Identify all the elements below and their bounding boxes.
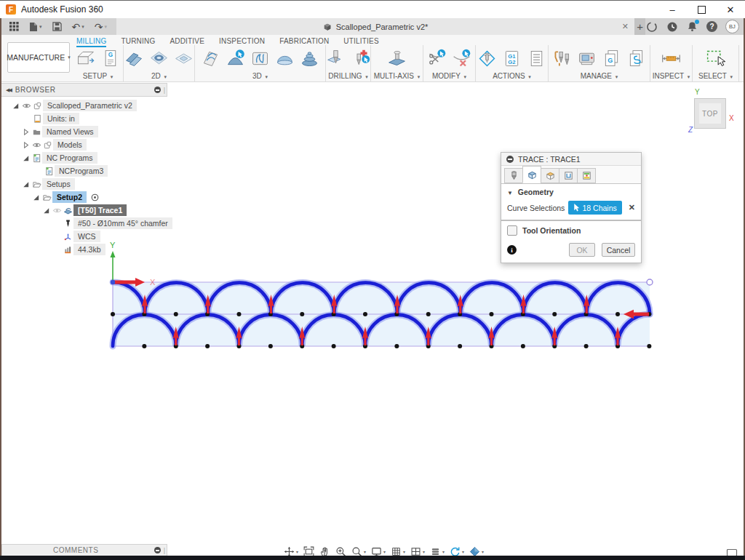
- setup-sheet-button[interactable]: [525, 47, 549, 71]
- browser-row-label[interactable]: 44.3kb: [73, 244, 105, 255]
- expand-toggle[interactable]: [10, 100, 21, 111]
- trace-dialog-header[interactable]: TRACE : TRACE1: [501, 153, 641, 166]
- browser-row-label[interactable]: Models: [53, 139, 87, 151]
- browser-row-label[interactable]: Setup2: [52, 191, 87, 203]
- document-close-icon[interactable]: ✕: [622, 22, 629, 31]
- browser-row--50-10mm-45-chamfer[interactable]: #50 - Ø10mm 45° chamfer: [1, 217, 167, 230]
- browser-row-label[interactable]: WCS: [73, 231, 100, 242]
- cancel-button[interactable]: Cancel: [602, 243, 635, 257]
- dialog-tab-passes-tab[interactable]: [541, 168, 559, 183]
- browser-row-label[interactable]: NCProgram3: [55, 165, 108, 177]
- save-button[interactable]: [49, 18, 65, 35]
- contour-3d-button[interactable]: [249, 47, 272, 71]
- browser-row-label[interactable]: Named Views: [42, 126, 98, 137]
- ribbon-group-label[interactable]: SETUP ▾: [83, 72, 113, 81]
- ribbon-group-label[interactable]: DRILLING ▾: [328, 72, 367, 81]
- help-button[interactable]: ?: [706, 21, 717, 32]
- setup-button[interactable]: [74, 47, 97, 71]
- dialog-options-icon[interactable]: [506, 156, 514, 163]
- comments-resize-handle[interactable]: |: [164, 547, 165, 554]
- app-grid-button[interactable]: [6, 18, 23, 35]
- ok-button[interactable]: OK: [569, 243, 595, 257]
- browser-row-units-in[interactable]: Units: in: [1, 112, 167, 125]
- expand-toggle[interactable]: [20, 140, 31, 150]
- display-settings-icon[interactable]: [154, 87, 161, 93]
- job-status-button[interactable]: [645, 20, 658, 33]
- window-select-button[interactable]: [704, 47, 728, 71]
- close-button[interactable]: ✕: [716, 1, 745, 18]
- browser-row-nc-programs[interactable]: NC Programs: [1, 151, 167, 164]
- browser-row--t50-trace1[interactable]: [T50] Trace1: [1, 204, 167, 217]
- browser-row-label[interactable]: NC Programs: [42, 152, 97, 164]
- new-document-tab-button[interactable]: +: [634, 18, 645, 35]
- ribbon-group-label[interactable]: MANAGE ▾: [581, 72, 618, 81]
- face-2d-button[interactable]: [123, 47, 146, 71]
- tap-new-button[interactable]: [349, 47, 372, 71]
- ribbon-group-label[interactable]: MODIFY ▾: [432, 72, 466, 81]
- browser-row-wcs[interactable]: WCS: [1, 230, 167, 243]
- expand-toggle[interactable]: [41, 205, 52, 215]
- multi-axis-button[interactable]: [386, 47, 409, 71]
- browser-row-44-3kb[interactable]: 44.3kb: [1, 243, 167, 256]
- ribbon-group-label[interactable]: MULTI-AXIS ▾: [374, 72, 421, 81]
- workspace-selector-button[interactable]: MANUFACTURE▾: [7, 42, 70, 73]
- browser-row-setup2[interactable]: Setup2: [1, 191, 167, 204]
- dialog-tab-tool-tab[interactable]: [504, 168, 523, 183]
- document-tab[interactable]: Scalloped_Parametric v2* ✕: [116, 18, 634, 35]
- redo-button[interactable]: ↷▾: [91, 18, 111, 35]
- slot-2d-button[interactable]: [172, 47, 196, 71]
- comments-bar[interactable]: COMMENTS |: [1, 544, 167, 556]
- template-library-button[interactable]: [625, 47, 648, 71]
- geometry-section-header[interactable]: ▼ Geometry: [501, 184, 641, 198]
- comments-options-icon[interactable]: [154, 547, 161, 553]
- browser-row-label[interactable]: [T50] Trace1: [73, 204, 127, 216]
- clear-selection-icon[interactable]: ✕: [629, 203, 635, 212]
- browser-row-ncprogram3[interactable]: NCProgram3: [1, 164, 167, 177]
- browser-resize-handle[interactable]: |: [164, 87, 165, 94]
- swarf-3d-button[interactable]: [199, 47, 223, 71]
- drill-button[interactable]: [324, 47, 348, 71]
- collapse-browser-icon[interactable]: ◀◀: [6, 87, 11, 93]
- minimize-button[interactable]: –: [658, 1, 687, 18]
- file-menu-button[interactable]: ▾: [25, 18, 46, 35]
- browser-row-label[interactable]: Units: in: [43, 113, 79, 124]
- browser-row-named-views[interactable]: Named Views: [1, 125, 167, 138]
- post-process-button[interactable]: G1G2: [501, 47, 524, 71]
- adaptive-3d-button[interactable]: [224, 47, 247, 71]
- info-icon[interactable]: i: [507, 245, 517, 255]
- expand-toggle[interactable]: [20, 179, 31, 189]
- browser-row-scalloped-parametric-v2[interactable]: Scalloped_Parametric v2: [1, 99, 167, 112]
- maximize-button[interactable]: [687, 1, 716, 18]
- ribbon-group-label[interactable]: 2D ▾: [151, 72, 167, 81]
- undo-button[interactable]: ↶▾: [68, 18, 88, 35]
- browser-row-setups[interactable]: Setups: [1, 177, 167, 191]
- ramp-3d-button[interactable]: [298, 47, 322, 71]
- ribbon-group-label[interactable]: INSPECT ▾: [653, 72, 690, 81]
- browser-row-models[interactable]: Models: [1, 138, 167, 151]
- trim-toolpath-button[interactable]: [426, 47, 449, 71]
- viewcube-face-top[interactable]: TOP: [694, 98, 726, 129]
- chain-selection-button[interactable]: 18 Chains: [568, 201, 622, 215]
- recent-activity-button[interactable]: [666, 20, 678, 33]
- browser-row-label[interactable]: Setups: [42, 178, 75, 190]
- user-avatar[interactable]: BJ: [725, 20, 739, 33]
- viewcube[interactable]: Y TOP X Z: [688, 88, 736, 136]
- ribbon-group-label[interactable]: ACTIONS ▾: [493, 72, 531, 81]
- tool-orientation-checkbox[interactable]: [507, 225, 517, 236]
- post-process-doc-button[interactable]: G: [99, 47, 122, 71]
- simulate-button[interactable]: [476, 47, 499, 71]
- ribbon-group-label[interactable]: 3D ▾: [252, 72, 268, 81]
- machine-library-button[interactable]: [575, 47, 599, 71]
- measure-button[interactable]: [660, 47, 683, 71]
- expand-toggle[interactable]: [20, 153, 31, 163]
- expand-toggle[interactable]: [31, 192, 41, 202]
- dialog-tab-heights-tab[interactable]: [559, 168, 578, 183]
- pocket-2d-button[interactable]: [148, 47, 171, 71]
- target-trailing[interactable]: [89, 192, 100, 202]
- notifications-button[interactable]: [686, 20, 698, 33]
- dialog-tab-geometry-tab[interactable]: [522, 166, 541, 183]
- tool-library-button[interactable]: [551, 47, 574, 71]
- browser-row-label[interactable]: #50 - Ø10mm 45° chamfer: [73, 217, 172, 229]
- delete-toolpath-button[interactable]: [450, 47, 474, 71]
- post-library-button[interactable]: G: [600, 47, 624, 71]
